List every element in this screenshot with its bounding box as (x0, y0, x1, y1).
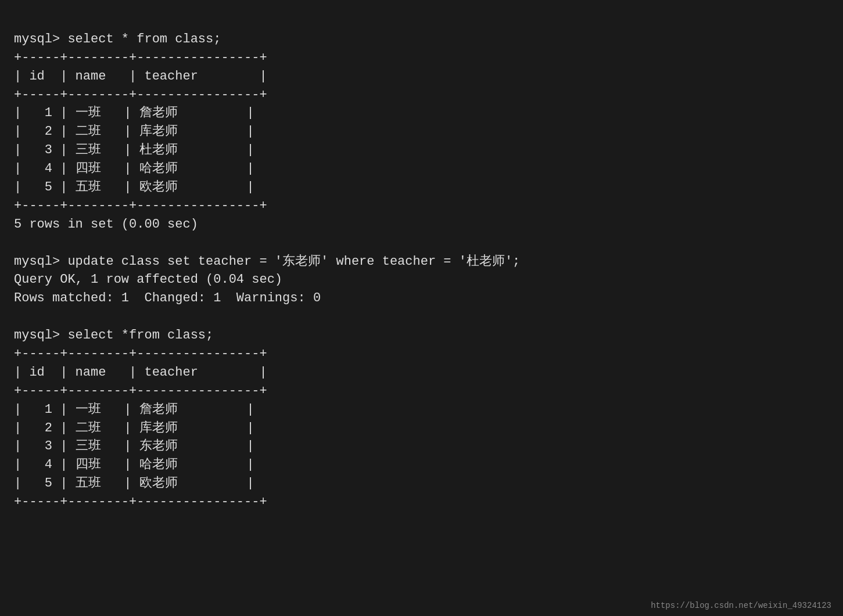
terminal-line: | 2 | 二班 | 库老师 | (14, 123, 829, 141)
terminal-line: +-----+--------+----------------+ (14, 382, 829, 401)
terminal-line: | id | name | teacher | (14, 363, 829, 382)
terminal-line (14, 234, 829, 253)
terminal-line: +-----+--------+----------------+ (14, 49, 829, 67)
terminal-line: | 5 | 五班 | 欧老师 | (14, 178, 829, 197)
terminal-line: +-----+--------+----------------+ (14, 345, 829, 363)
terminal-line: Query OK, 1 row affected (0.04 sec) (14, 271, 829, 289)
terminal-output: mysql> select * from class;+-----+------… (14, 12, 829, 511)
terminal-line: +-----+--------+----------------+ (14, 493, 829, 511)
terminal-line: | id | name | teacher | (14, 67, 829, 86)
terminal-line: | 4 | 四班 | 哈老师 | (14, 456, 829, 474)
terminal-line: mysql> select *from class; (14, 326, 829, 345)
terminal-line (14, 308, 829, 326)
terminal-line: | 1 | 一班 | 詹老师 | (14, 104, 829, 123)
terminal-line: | 4 | 四班 | 哈老师 | (14, 160, 829, 178)
terminal-line: | 1 | 一班 | 詹老师 | (14, 401, 829, 419)
terminal-line: | 2 | 二班 | 库老师 | (14, 419, 829, 438)
terminal-line: | 3 | 三班 | 东老师 | (14, 437, 829, 456)
terminal-line: mysql> select * from class; (14, 30, 829, 49)
terminal-line: 5 rows in set (0.00 sec) (14, 215, 829, 234)
url-bar: https://blog.csdn.net/weixin_49324123 (651, 601, 831, 610)
terminal-line: +-----+--------+----------------+ (14, 197, 829, 215)
terminal-line: | 5 | 五班 | 欧老师 | (14, 474, 829, 493)
terminal-line: mysql> update class set teacher = '东老师' … (14, 253, 829, 271)
terminal-line: Rows matched: 1 Changed: 1 Warnings: 0 (14, 289, 829, 308)
terminal-line: +-----+--------+----------------+ (14, 86, 829, 105)
terminal-line: | 3 | 三班 | 杜老师 | (14, 141, 829, 160)
